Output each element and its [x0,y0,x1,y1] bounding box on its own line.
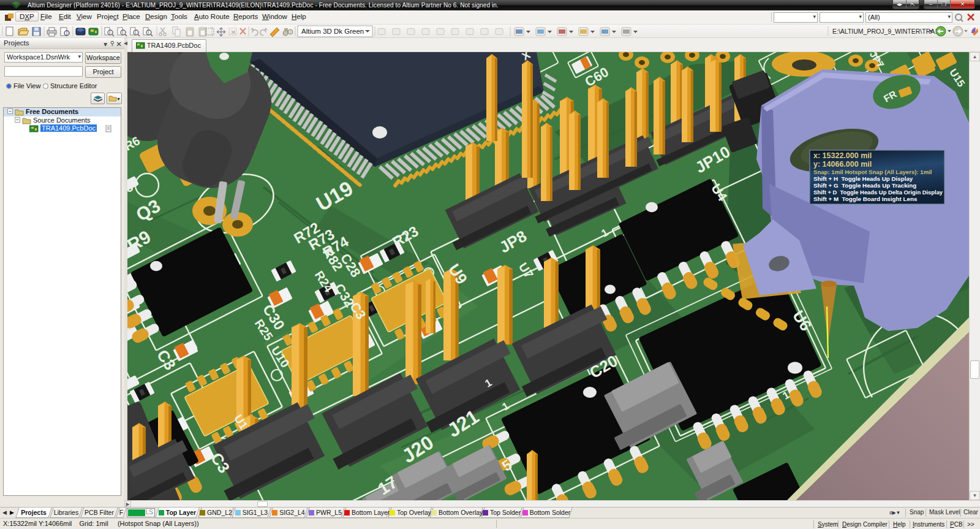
svg-text:Shift + D Toggle Heads Up Del: Shift + D Toggle Heads Up Delta Origin D… [813,189,943,196]
svg-text:Shift + H Toggle Heads Up Dis: Shift + H Toggle Heads Up Display [813,175,913,182]
svg-text:Altium 3D Dk Green: Altium 3D Dk Green [301,28,364,35]
svg-text:E:\ALTIUM_PROJ_9_WINTER\TRA1‹: E:\ALTIUM_PROJ_9_WINTER\TRA1‹ [832,28,941,35]
svg-text:Shift + G Toggle Heads Up Tra: Shift + G Toggle Heads Up Tracking [813,182,916,189]
svg-text:Snap: 1mil Hotspot Snap (All L: Snap: 1mil Hotspot Snap (All Layers): 1m… [813,169,932,175]
svg-text:y: 14066.000 mil: y: 14066.000 mil [813,160,872,169]
svg-text:x: 15322.000 mil: x: 15322.000 mil [813,151,872,160]
svg-text:Shift + M Toggle Board Insigh: Shift + M Toggle Board Insight Lens [813,196,918,202]
